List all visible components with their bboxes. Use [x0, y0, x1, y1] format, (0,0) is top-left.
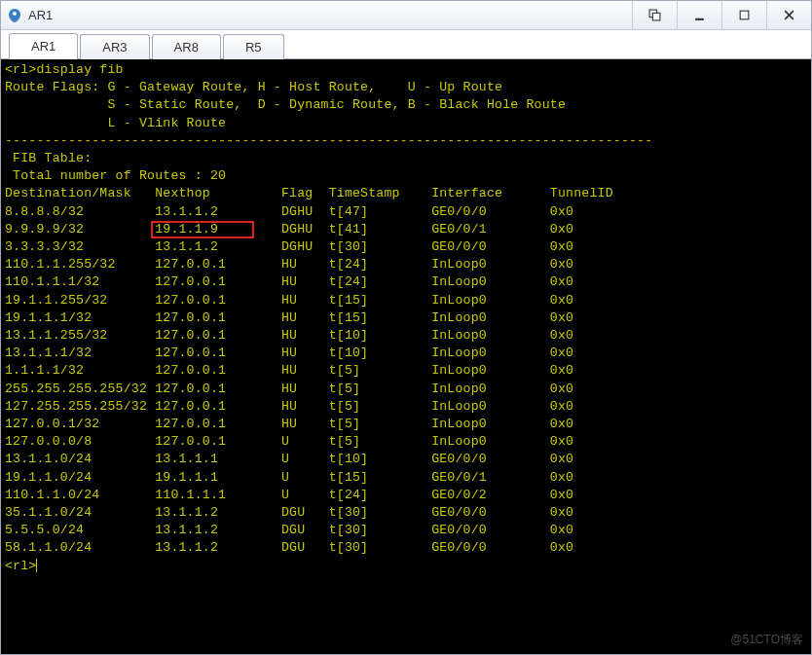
titlebar: AR1: [1, 1, 811, 30]
terminal-line: 35.1.1.0/24 13.1.1.2 DGU t[30] GE0/0/0 0…: [5, 504, 807, 522]
svg-rect-3: [740, 11, 749, 19]
terminal-line: FIB Table:: [5, 150, 807, 167]
tab-r5[interactable]: R5: [223, 34, 284, 59]
terminal-line: Destination/Mask Nexthop Flag TimeStamp …: [5, 185, 807, 202]
tab-bar: AR1AR3AR8R5: [1, 30, 811, 59]
tab-ar8[interactable]: AR8: [152, 34, 221, 59]
window-controls: [632, 1, 811, 29]
maximize-button[interactable]: [721, 1, 766, 29]
terminal-area[interactable]: <rl>display fibRoute Flags: G - Gateway …: [1, 59, 811, 654]
terminal-line: Route Flags: G - Gateway Route, H - Host…: [5, 79, 807, 96]
terminal-line: 8.8.8.8/32 13.1.1.2 DGHU t[47] GE0/0/0 0…: [5, 203, 807, 221]
terminal-line: 13.1.1.255/32 127.0.0.1 HU t[10] InLoop0…: [5, 327, 807, 345]
terminal-line: 58.1.1.0/24 13.1.1.2 DGU t[30] GE0/0/0 0…: [5, 539, 807, 557]
terminal-line: ----------------------------------------…: [5, 132, 807, 150]
terminal-line: 13.1.1.1/32 127.0.0.1 HU t[10] InLoop0 0…: [5, 345, 807, 362]
terminal-line: 255.255.255.255/32 127.0.0.1 HU t[5] InL…: [5, 381, 807, 398]
close-button[interactable]: [766, 1, 811, 29]
terminal-line: 110.1.1.255/32 127.0.0.1 HU t[24] InLoop…: [5, 256, 807, 273]
svg-rect-1: [652, 13, 660, 20]
terminal-line: 19.1.1.255/32 127.0.0.1 HU t[15] InLoop0…: [5, 292, 807, 309]
minimize-button[interactable]: [677, 1, 721, 29]
app-icon: [7, 8, 22, 23]
terminal-content: <rl>display fibRoute Flags: G - Gateway …: [5, 61, 807, 575]
terminal-line: <rl>: [5, 558, 807, 575]
popout-button[interactable]: [632, 1, 677, 29]
terminal-line: 110.1.1.1/32 127.0.0.1 HU t[24] InLoop0 …: [5, 273, 807, 291]
app-window: AR1 AR1AR3AR8R5 <rl>display fibRoute Fla…: [0, 0, 812, 655]
tab-ar1[interactable]: AR1: [9, 33, 78, 59]
watermark: @51CTO博客: [730, 632, 803, 648]
window-title: AR1: [28, 8, 632, 22]
terminal-line: 19.1.1.1/32 127.0.0.1 HU t[15] InLoop0 0…: [5, 309, 807, 327]
tab-ar3[interactable]: AR3: [80, 34, 149, 59]
terminal-line: 127.255.255.255/32 127.0.0.1 HU t[5] InL…: [5, 398, 807, 416]
terminal-line: 110.1.1.0/24 110.1.1.1 U t[24] GE0/0/2 0…: [5, 487, 807, 504]
terminal-line: 127.0.0.0/8 127.0.0.1 U t[5] InLoop0 0x0: [5, 433, 807, 451]
terminal-line: Total number of Routes : 20: [5, 167, 807, 185]
terminal-line: 13.1.1.0/24 13.1.1.1 U t[10] GE0/0/0 0x0: [5, 451, 807, 468]
terminal-line: <rl>display fib: [5, 61, 807, 79]
terminal-line: 127.0.0.1/32 127.0.0.1 HU t[5] InLoop0 0…: [5, 416, 807, 433]
terminal-line: L - Vlink Route: [5, 115, 807, 132]
terminal-line: 19.1.1.0/24 19.1.1.1 U t[15] GE0/0/1 0x0: [5, 469, 807, 487]
terminal-line: 5.5.5.0/24 13.1.1.2 DGU t[30] GE0/0/0 0x…: [5, 522, 807, 539]
terminal-line: S - Static Route, D - Dynamic Route, B -…: [5, 96, 807, 114]
terminal-line: 1.1.1.1/32 127.0.0.1 HU t[5] InLoop0 0x0: [5, 362, 807, 380]
terminal-line: 3.3.3.3/32 13.1.1.2 DGHU t[30] GE0/0/0 0…: [5, 238, 807, 256]
terminal-line: 9.9.9.9/32 19.1.1.9 DGHU t[41] GE0/0/1 0…: [5, 221, 807, 238]
